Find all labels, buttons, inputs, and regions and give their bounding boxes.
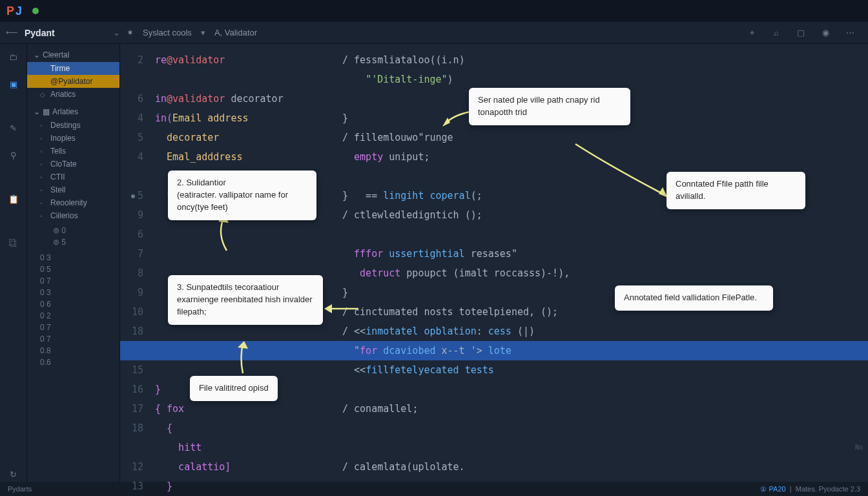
tree-item[interactable]: @Pyalidator [27,75,119,88]
back-icon[interactable]: ⟵ [4,25,19,41]
counter: ⊚ 5 [40,236,119,248]
metric: 0 7 [27,275,119,287]
metric: 0 7 [27,333,119,345]
metric: 0 3 [27,287,119,298]
tool-rail: 🗀 ▣ ✎ ⚲ 📋 ⿻ ↻ [0,44,27,482]
metric: 0 3 [27,252,119,264]
metric: 0.8 [27,345,119,356]
chevron-down-icon: ⌄ [34,107,40,116]
logo-j-icon: J [16,5,22,18]
tree-item-label: Ariatics [50,90,76,99]
more-icon[interactable]: ⋯ [842,25,858,41]
bookmark-icon[interactable]: ▣ [6,76,21,92]
tool-icon: ✶ [127,28,134,37]
tree-section[interactable]: ⌄ ▦ Arlaties [27,105,119,119]
metric: 0.6 [27,356,119,368]
breadcrumb[interactable]: A, Validator [214,28,257,37]
minimap-badge: No [855,438,863,457]
tree-item[interactable]: ▫Inoples [27,132,119,145]
tree-item[interactable]: ▫CTII [27,170,119,183]
tree-item[interactable]: ▫Tells [27,145,119,158]
tree-section[interactable]: ⌄ Cleertal [27,48,119,62]
logo: P J [6,5,22,18]
graph-icon[interactable]: ⿻ [6,235,21,251]
tree-item[interactable]: Tirme [27,62,119,75]
chevron-down-icon[interactable]: ⌄ [113,28,120,37]
annotation-callout: Annotated field vallidation FilePatle. [615,285,773,311]
locate-icon[interactable]: ⌖ [744,25,760,41]
tree-item-label: Tirme [50,64,70,73]
section-label: Cleertal [43,50,69,59]
tree-item[interactable]: ▫Destings [27,119,119,132]
tool-dropdown[interactable]: Syslact cools [143,28,192,37]
clipboard-icon[interactable]: 📋 [6,191,21,207]
annotation-callout: 3. Sunpatedtils tecoraatiour exarnienge … [168,275,323,325]
sidebar: ⌄ Cleertal Tirme @Pyalidator ◇Ariatics ⌄… [27,44,120,482]
tree-item[interactable]: ▫Stell [27,183,119,196]
chevron-down-icon: ⌄ [34,50,40,59]
editor[interactable]: 2645459678910181415161718121314 re@valid… [120,44,868,482]
status-left: Pydarts [8,485,32,493]
tree-item-label: @Pyalidator [50,77,93,86]
archive-icon[interactable]: ▢ [793,25,809,41]
metric: 0 6 [27,298,119,310]
project-name[interactable]: Pydant [19,28,113,38]
pen-icon[interactable]: ✎ [6,120,21,136]
metric: 0 7 [27,322,119,333]
logo-p-icon: P [6,5,14,18]
person-icon[interactable]: ◉ [818,25,833,41]
tree-item[interactable]: ▫Ciilerios [27,209,119,222]
annotation-callout: 2. Sulidantior (eatiracter. vallipator n… [168,170,316,220]
status-dot-icon [32,8,39,14]
chevron-down-icon[interactable]: ▾ [201,28,205,37]
topbar: ⟵ Pydant ⌄ ✶ Syslact cools ▾ A, Validato… [0,22,868,44]
tree-item[interactable]: ▫Reoolenity [27,196,119,209]
metric: 0 5 [27,264,119,275]
metric: 0 2 [27,310,119,322]
section-label: Arlaties [52,107,78,116]
tree-item[interactable]: ◇Ariatics [27,88,119,101]
titlebar: P J [0,0,868,22]
annotation-callout: Ser nated ple ville path cnapy rid tonap… [469,88,630,125]
tree-item[interactable]: ▫CloTate [27,158,119,170]
code-left-pane[interactable]: re@validatorin@validator decoratorin(Ema… [152,44,340,482]
gutter: 2645459678910181415161718121314 [120,44,152,482]
annotation-callout: File valititred opisd [190,376,278,401]
key-icon[interactable]: ⚲ [6,147,21,163]
annotation-callout: Conntated Ffile patth fille avilialld. [666,172,805,209]
sync-icon[interactable]: ↻ [6,466,21,482]
counter: ⊚ 0 [40,225,119,236]
search-icon[interactable]: ⌕ [769,25,784,41]
folder-icon[interactable]: 🗀 [6,49,21,65]
